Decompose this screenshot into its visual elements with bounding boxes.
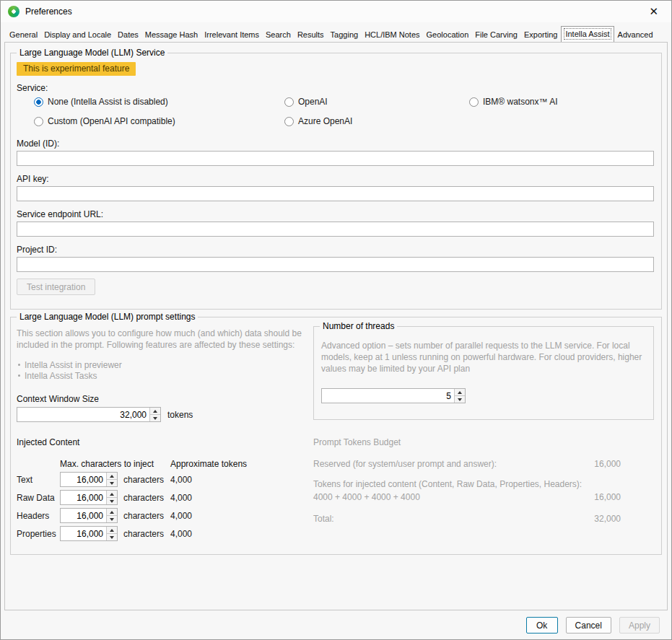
app-icon — [8, 6, 19, 17]
spin-down-button[interactable] — [455, 396, 465, 403]
spin-up-button[interactable] — [150, 408, 160, 415]
cancel-button[interactable]: Cancel — [566, 617, 611, 634]
tab-message-hash[interactable]: Message Hash — [142, 27, 201, 42]
tab-hcl-ibm-notes[interactable]: HCL/IBM Notes — [362, 27, 422, 42]
text-chars-stepper[interactable] — [60, 472, 118, 487]
up-arrow-icon — [458, 391, 462, 394]
text-chars-input[interactable] — [61, 473, 106, 486]
test-integration-button[interactable]: Test integration — [17, 279, 95, 295]
bullet-label: Intella Assist in previewer — [25, 360, 122, 370]
bullet-icon — [18, 374, 20, 377]
radio-none[interactable]: None (Intella Assist is disabled) — [34, 97, 168, 107]
injected-row-raw-data: Raw Data characters 4,000 — [17, 490, 255, 505]
context-window-unit: tokens — [167, 410, 193, 420]
tab-display-and-locale[interactable]: Display and Locale — [41, 27, 114, 42]
tab-general[interactable]: General — [6, 27, 40, 42]
down-arrow-icon — [153, 417, 157, 420]
row-unit: characters — [123, 529, 164, 539]
spin-down-button[interactable] — [107, 498, 117, 504]
project-id-label: Project ID: — [17, 245, 57, 255]
row-tokens: 4,000 — [170, 475, 192, 485]
intella-assist-panel: Large Language Model (LLM) Service This … — [4, 42, 668, 610]
up-arrow-icon — [110, 529, 114, 532]
spin-up-button[interactable] — [107, 491, 117, 498]
budget-injected-value: 16,000 — [594, 492, 621, 502]
row-unit: characters — [123, 493, 164, 503]
tab-search[interactable]: Search — [263, 27, 294, 42]
tab-exporting[interactable]: Exporting — [521, 27, 560, 42]
llm-service-group: Large Language Model (LLM) Service This … — [10, 53, 662, 310]
spin-up-button[interactable] — [107, 527, 117, 534]
down-arrow-icon — [110, 536, 114, 539]
col-approximate-tokens: Approximate tokens — [170, 459, 247, 469]
api-key-input[interactable] — [17, 186, 654, 201]
radio-custom[interactable]: Custom (OpenAI API compatible) — [34, 116, 175, 126]
model-id-input[interactable] — [17, 151, 654, 166]
radio-ibm-watsonx[interactable]: IBM® watsonx™ AI — [469, 97, 558, 107]
prompt-settings-group: Large Language Model (LLM) prompt settin… — [10, 317, 662, 555]
tab-geolocation[interactable]: Geolocation — [424, 27, 472, 42]
budget-reserved-label: Reserved (for system/user prompt and ans… — [313, 459, 497, 469]
threads-input[interactable] — [322, 389, 454, 403]
budget-injected-label: Tokens for injected content (Content, Ra… — [313, 479, 582, 489]
properties-chars-stepper[interactable] — [60, 526, 118, 541]
budget-total-value: 32,000 — [594, 514, 621, 524]
down-arrow-icon — [110, 482, 114, 485]
headers-chars-input[interactable] — [61, 509, 106, 522]
threads-description: Advanced option – sets number of paralle… — [321, 340, 643, 374]
affected-features-list: Intella Assist in previewer Intella Assi… — [18, 359, 122, 381]
row-label: Raw Data — [17, 493, 55, 503]
apply-button[interactable]: Apply — [619, 617, 660, 634]
spin-up-button[interactable] — [107, 473, 117, 480]
model-id-label: Model (ID): — [17, 139, 59, 149]
spin-down-button[interactable] — [107, 534, 117, 540]
tab-intella-assist[interactable]: Intella Assist — [561, 26, 614, 43]
tab-advanced[interactable]: Advanced — [615, 27, 656, 42]
raw-data-chars-input[interactable] — [61, 491, 106, 504]
service-endpoint-input[interactable] — [17, 222, 654, 237]
down-arrow-icon — [110, 500, 114, 503]
radio-custom-circle — [34, 117, 43, 126]
injected-row-text: Text characters 4,000 — [17, 472, 255, 487]
stepper-buttons — [106, 491, 117, 504]
spin-down-button[interactable] — [107, 480, 117, 486]
up-arrow-icon — [153, 410, 157, 413]
ok-button[interactable]: Ok — [526, 617, 558, 634]
experimental-badge: This is experimental feature — [17, 62, 136, 76]
row-label: Text — [17, 475, 32, 485]
properties-chars-input[interactable] — [61, 527, 106, 540]
list-item: Intella Assist in previewer — [18, 359, 122, 370]
headers-chars-stepper[interactable] — [60, 508, 118, 523]
tab-results[interactable]: Results — [294, 27, 327, 42]
up-arrow-icon — [110, 475, 114, 478]
radio-azure-openai-circle — [284, 117, 294, 126]
list-item: Intella Assist Tasks — [18, 370, 122, 381]
budget-total-label: Total: — [313, 514, 334, 524]
context-window-stepper[interactable] — [17, 407, 161, 422]
row-unit: characters — [123, 475, 164, 485]
project-id-input[interactable] — [17, 257, 654, 272]
radio-openai-circle — [284, 97, 294, 107]
context-window-input[interactable] — [17, 408, 149, 421]
stepper-buttons — [149, 408, 160, 421]
down-arrow-icon — [458, 398, 462, 401]
radio-openai-label: OpenAI — [298, 97, 328, 107]
radio-azure-openai-label: Azure OpenAI — [298, 116, 352, 126]
raw-data-chars-stepper[interactable] — [60, 490, 118, 505]
tab-irrelevant-items[interactable]: Irrelevant Items — [201, 27, 262, 42]
close-icon[interactable]: ✕ — [643, 4, 664, 19]
down-arrow-icon — [110, 518, 114, 521]
tab-bar: General Display and Locale Dates Message… — [6, 27, 668, 42]
spin-up-button[interactable] — [455, 389, 465, 396]
radio-openai[interactable]: OpenAI — [284, 97, 328, 107]
dialog-footer: Ok Cancel Apply — [526, 617, 660, 634]
tab-tagging[interactable]: Tagging — [328, 27, 362, 42]
service-endpoint-label: Service endpoint URL: — [17, 209, 103, 219]
tab-dates[interactable]: Dates — [115, 27, 141, 42]
radio-azure-openai[interactable]: Azure OpenAI — [284, 116, 352, 126]
spin-down-button[interactable] — [107, 516, 117, 522]
threads-stepper[interactable] — [321, 388, 466, 403]
tab-file-carving[interactable]: File Carving — [472, 27, 520, 42]
spin-down-button[interactable] — [150, 415, 160, 421]
spin-up-button[interactable] — [107, 509, 117, 516]
